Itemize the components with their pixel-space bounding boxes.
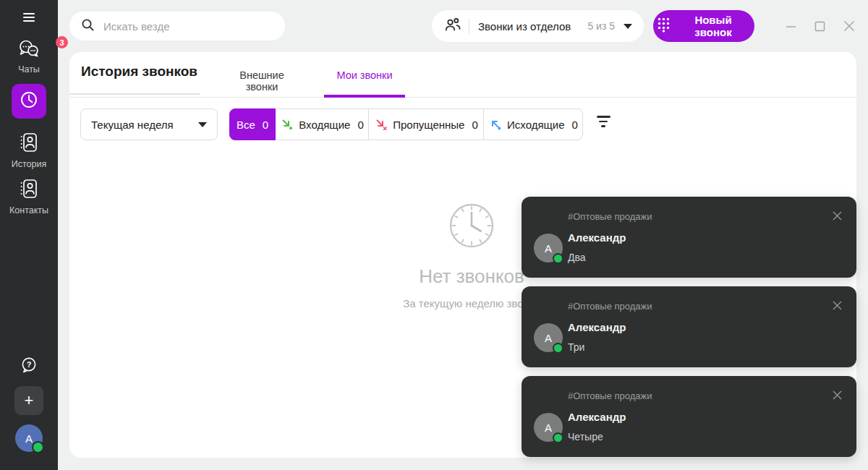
window-controls xyxy=(786,20,855,32)
notification-toast[interactable]: #Оптовые продажи А Александр Два xyxy=(522,197,856,278)
toast-channel: #Оптовые продажи xyxy=(568,301,652,312)
close-icon[interactable] xyxy=(830,388,845,405)
chip-label: Пропущенные xyxy=(393,119,464,131)
hamburger-menu-icon[interactable] xyxy=(23,13,35,24)
close-icon[interactable] xyxy=(830,208,845,226)
new-call-label: Новый звонок xyxy=(676,14,750,38)
tab-external-calls[interactable]: Внешние звонки xyxy=(222,69,302,93)
plus-icon: + xyxy=(25,391,34,410)
chip-label: Все xyxy=(237,119,255,131)
toast-message: Два xyxy=(568,252,586,263)
sidebar-item-label: История xyxy=(0,159,58,169)
minimize-button[interactable] xyxy=(786,21,796,32)
close-icon[interactable] xyxy=(830,298,845,315)
avatar-letter: А xyxy=(545,422,552,434)
toast-sender: Александр xyxy=(568,321,626,333)
sidebar-item-label: Чаты xyxy=(0,64,58,74)
chats-icon: 3 xyxy=(17,39,41,61)
period-filter-dropdown[interactable]: Текущая неделя xyxy=(80,108,218,140)
dropdown-label: Звонки из отделов xyxy=(478,20,571,33)
clock-empty-icon xyxy=(448,239,495,252)
close-window-button[interactable] xyxy=(843,20,855,32)
online-status-dot xyxy=(553,432,563,443)
sidebar-item-contacts[interactable]: Контакты xyxy=(0,178,58,215)
online-status-dot xyxy=(553,253,563,264)
add-button[interactable]: + xyxy=(14,386,43,415)
filter-chip-incoming[interactable]: Входящие 0 xyxy=(275,108,369,140)
avatar: А xyxy=(534,413,563,442)
avatar-letter: А xyxy=(545,332,552,344)
toast-channel: #Оптовые продажи xyxy=(568,211,652,222)
outgoing-call-icon xyxy=(488,117,507,132)
header-divider xyxy=(69,97,856,98)
avatar: А xyxy=(534,234,563,262)
clock-icon xyxy=(19,90,39,113)
dialpad-icon xyxy=(658,17,670,35)
chip-label: Исходящие xyxy=(507,119,565,131)
online-status-dot xyxy=(32,441,44,453)
sidebar-item-call-history-active[interactable] xyxy=(12,84,46,119)
sidebar: 3 Чаты История xyxy=(0,0,58,470)
chip-count: 0 xyxy=(263,119,268,131)
maximize-button[interactable] xyxy=(814,21,825,32)
toast-sender: Александр xyxy=(568,411,626,423)
toast-sender: Александр xyxy=(568,231,626,244)
group-icon xyxy=(443,17,461,35)
online-status-dot xyxy=(553,343,563,354)
tab-my-calls[interactable]: Мои звонки xyxy=(324,69,405,81)
toast-message: Три xyxy=(568,341,584,353)
global-search xyxy=(69,12,285,40)
divider xyxy=(469,18,469,34)
sidebar-item-label: Контакты xyxy=(0,205,58,215)
sidebar-item-chats[interactable]: 3 Чаты xyxy=(0,39,58,74)
page-title: История звонков xyxy=(81,64,197,80)
call-type-filter: Все 0 Входящие 0 Пропущенные 0 xyxy=(229,108,583,140)
filter-icon[interactable] xyxy=(595,116,611,133)
chats-unread-badge: 3 xyxy=(56,36,68,48)
notification-toast[interactable]: #Оптовые продажи А Александр Четыре xyxy=(522,376,856,457)
chip-count: 0 xyxy=(357,119,363,131)
toast-channel: #Оптовые продажи xyxy=(568,390,652,401)
dropdown-count: 5 из 5 xyxy=(587,20,615,32)
missed-call-icon xyxy=(374,117,393,132)
search-icon xyxy=(81,18,95,35)
user-avatar[interactable]: А xyxy=(15,424,43,452)
title-underline xyxy=(69,93,200,95)
department-calls-dropdown[interactable]: Звонки из отделов 5 из 5 xyxy=(432,10,644,42)
avatar-letter: А xyxy=(545,242,552,255)
avatar-letter: А xyxy=(25,432,33,445)
active-tab-indicator xyxy=(324,95,405,98)
filter-chip-outgoing[interactable]: Исходящие 0 xyxy=(483,108,583,140)
chevron-down-icon xyxy=(198,122,207,127)
avatar: А xyxy=(534,323,563,352)
chevron-down-icon xyxy=(624,24,632,29)
chip-count: 0 xyxy=(572,119,578,131)
filter-chip-all[interactable]: Все 0 xyxy=(229,108,276,140)
svg-text:?: ? xyxy=(27,360,32,369)
new-call-button[interactable]: Новый звонок xyxy=(653,10,754,42)
contact-book-icon xyxy=(18,189,40,202)
sidebar-item-history[interactable]: История xyxy=(0,132,58,169)
toast-message: Четыре xyxy=(568,431,603,443)
incoming-call-icon xyxy=(280,117,299,132)
notification-toast[interactable]: #Оптовые продажи А Александр Три xyxy=(522,286,856,367)
chip-label: Входящие xyxy=(299,119,350,131)
chip-count: 0 xyxy=(472,119,477,131)
help-icon[interactable]: ? xyxy=(20,356,38,377)
period-label: Текущая неделя xyxy=(91,119,174,131)
filter-chip-missed[interactable]: Пропущенные 0 xyxy=(368,108,484,140)
search-input[interactable] xyxy=(102,20,264,33)
contact-book-icon xyxy=(18,143,40,155)
